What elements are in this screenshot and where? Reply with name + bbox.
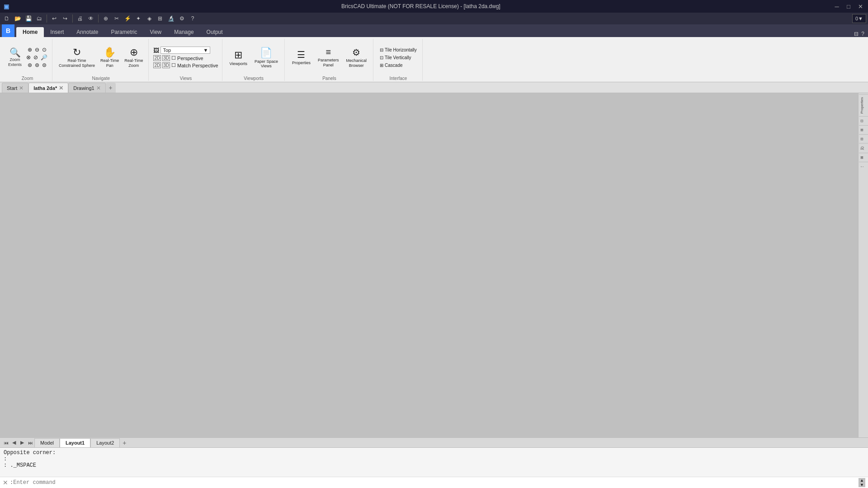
tool4-button[interactable]: ◈ [144,14,154,23]
drawing1-tab-close[interactable]: ✕ [96,85,101,91]
tile-vertically-button[interactable]: ⊡ Tile Vertically [378,55,413,61]
tab-parametric[interactable]: Parametric [104,27,143,37]
command-area: Opposite corner: : : ._MSPACE ✕ : ▲ ▼ [0,447,868,488]
tool1-button[interactable]: ✂ [112,14,122,23]
paper-space-views-button[interactable]: 📄 Paper SpaceViews [252,46,281,69]
views-group-content: 🖼 Top ▼ 2D 3D ☐ Perspective 2D 3D ☐ Matc… [153,40,218,75]
app-icon[interactable]: B [2,24,14,37]
new-file-button[interactable]: 🗋 [2,14,12,23]
tab-insert[interactable]: Insert [44,27,70,37]
maximize-button[interactable]: □ [844,2,853,10]
cascade-button[interactable]: ⊞ Cascade [378,62,404,68]
new-tab-button[interactable]: + [106,83,116,93]
match-perspective-label: Match Perspective [177,63,218,68]
realtime-pan-button[interactable]: ✋ Real-TimePan [99,46,121,69]
properties-label: Properties [292,61,311,66]
snap-button[interactable]: ⊕ [101,14,111,23]
viewports-button[interactable]: ⊞ Viewports [227,48,250,67]
constraints-side-tab[interactable]: ⊡ [859,116,868,125]
tile-horizontally-button[interactable]: ⊟ Tile Horizontally [378,47,419,53]
open-file-button[interactable]: 📂 [13,14,23,23]
layout-first-button[interactable]: ⏮ [2,439,10,447]
cmd-scroll-up[interactable]: ▲ [859,478,865,483]
save-button[interactable]: 💾 [24,14,33,23]
tab-latha2da[interactable]: latha 2da* ✕ [28,83,68,93]
tool6-button[interactable]: 🔬 [166,14,176,23]
view-dropdown-value: Top [163,47,171,53]
tool5-button[interactable]: ⊞ [155,14,165,23]
redo-button[interactable]: ↪ [60,14,70,23]
zoom-row-1: ⊕ ⊖ ⊙ [27,46,47,53]
layers-side-tab[interactable]: ⊞ [859,125,868,134]
v-scroll-cmd[interactable]: ▲ ▼ [859,478,865,487]
viewports-group-label: Viewports [244,76,264,81]
mechanical-icon: ⚙ [352,47,360,58]
zoom-realtime-button[interactable]: ⊖ [34,46,40,53]
zoom-out-button[interactable]: ⊘ [33,54,39,61]
panels-group: ☰ Properties ≡ ParametersPanel ⚙ Mechani… [286,39,373,81]
attributes-side-tab[interactable]: ∫() [859,143,868,153]
realtime-zoom-button[interactable]: ⊕ Real-TimeZoom [123,46,145,69]
realtime-constrained-sphere-button[interactable]: ↻ Real-TimeConstrained Sphere [57,46,97,69]
zoom-previous-button[interactable]: ⊙ [41,46,47,53]
extra2-side-tab[interactable]: ⋮ [859,162,868,171]
tab-view[interactable]: View [143,27,168,37]
ribbon-help-icon[interactable]: ? [861,31,864,37]
parameters-panel-button[interactable]: ≡ ParametersPanel [315,46,342,69]
ribbon-tab-bar: B Home Insert Annotate Parametric View M… [0,24,868,37]
print-button[interactable]: 🖨 [75,14,85,23]
viewports-label: Viewports [230,61,247,66]
perspective-label: Perspective [177,56,203,61]
zoom-group-label: Zoom [22,76,33,81]
zoom-window-button[interactable]: ⊕ [27,46,33,53]
standard-dropdown[interactable]: 0 ▼ [852,14,866,23]
tab-start[interactable]: Start ✕ [2,83,28,93]
tool8-button[interactable]: ? [188,14,198,23]
cmd-scroll-down[interactable]: ▼ [859,483,865,487]
tab-annotate[interactable]: Annotate [70,27,104,37]
undo-button[interactable]: ↩ [49,14,59,23]
2d-icon: 2D [153,55,161,61]
command-line-3: : ._MSPACE [4,462,864,469]
layout-prev-button[interactable]: ◀ [10,439,18,447]
zoom-scale-button[interactable]: ⊜ [41,61,47,69]
toolbar-separator-3 [98,14,99,23]
layout-last-button[interactable]: ⏭ [26,439,34,447]
add-layout-button[interactable]: + [120,438,129,447]
layout2-tab[interactable]: Layout2 [90,438,120,447]
tool7-button[interactable]: ⚙ [177,14,187,23]
close-button[interactable]: ✕ [856,2,864,10]
start-tab-close[interactable]: ✕ [19,85,24,91]
command-prompt: : [10,479,13,486]
save-as-button[interactable]: 🗂 [34,14,44,23]
command-close-icon[interactable]: ✕ [3,479,8,486]
properties-button[interactable]: ☰ Properties [289,48,313,66]
extra1-side-tab[interactable]: ⊠ [859,153,868,162]
layout-next-button[interactable]: ▶ [18,439,26,447]
blocks-side-tab[interactable]: ⊟ [859,134,868,143]
command-input[interactable] [13,479,859,486]
properties-side-tab[interactable]: Properties [859,94,868,116]
tab-home[interactable]: Home [16,27,44,37]
tab-manage[interactable]: Manage [168,27,200,37]
command-line-2: : [4,456,864,462]
latha2da-tab-close[interactable]: ✕ [59,85,63,91]
mechanical-browser-button[interactable]: ⚙ MechanicalBrowser [344,46,370,69]
zoom-extents-button[interactable]: 🔍 ZoomExtents [6,47,24,68]
minimize-button[interactable]: ─ [833,2,841,10]
model-tab[interactable]: Model [34,438,60,447]
tab-drawing1[interactable]: Drawing1 ✕ [68,83,105,93]
zoom-all-button[interactable]: 🔎 [40,54,48,61]
top-view-dropdown[interactable]: Top ▼ [160,47,210,54]
view-3d-icon: 🖼 [153,47,159,54]
zoom-center-button[interactable]: ⊛ [27,61,33,69]
layout1-tab[interactable]: Layout1 [60,438,90,447]
3d-icon-2: 3D [162,62,170,68]
preview-button[interactable]: 👁 [86,14,96,23]
ribbon-minimize-icon[interactable]: ⊟ [854,31,859,37]
tool2-button[interactable]: ⚡ [123,14,132,23]
zoom-in-button[interactable]: ⊗ [25,54,32,61]
tab-output[interactable]: Output [200,27,229,37]
tool3-button[interactable]: ✦ [133,14,143,23]
zoom-dynamic-button[interactable]: ⊚ [34,61,40,69]
